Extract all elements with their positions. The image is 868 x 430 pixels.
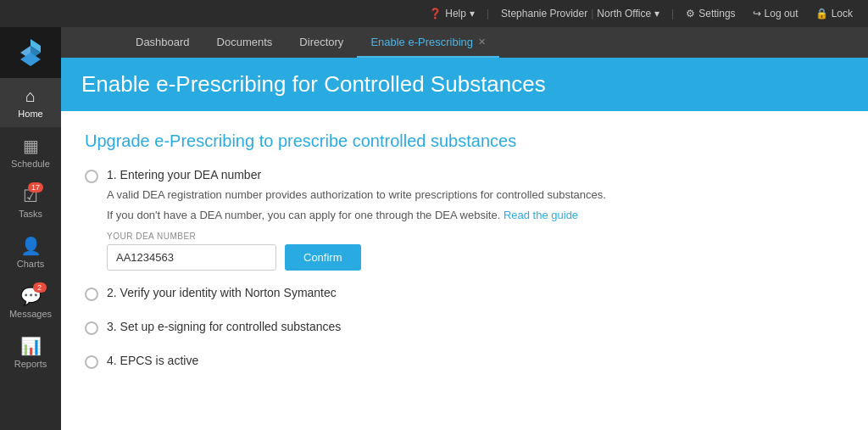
lock-button[interactable]: 🔒 Lock [809, 4, 860, 23]
step-1-desc1: A valid DEA registration number provides… [107, 187, 844, 204]
step-4-title-text: EPCS is active [120, 354, 199, 367]
step-1-content: 1. Entering your DEA number A valid DEA … [107, 168, 844, 271]
tab-directory-label: Directory [299, 36, 343, 48]
logout-icon: ↪ [753, 8, 761, 20]
sidebar-item-reports[interactable]: 📊 Reports [0, 327, 61, 377]
dea-input[interactable] [107, 244, 276, 271]
office-name: North Office [597, 8, 651, 20]
messages-icon: 💬 2 [20, 286, 42, 306]
home-icon: ⌂ [25, 87, 36, 106]
page-body: Upgrade e-Prescribing to prescribe contr… [61, 111, 868, 430]
page-header: Enable e-Prescribing for Controlled Subs… [61, 58, 868, 111]
settings-label: Settings [698, 8, 735, 20]
top-nav-right: ❓ Help ▾ | Stephanie Provider | North Of… [422, 4, 860, 23]
confirm-button[interactable]: Confirm [285, 244, 361, 271]
step-4-number: 4. [107, 354, 117, 367]
tab-documents[interactable]: Documents [203, 27, 287, 58]
page-title: Enable e-Prescribing for Controlled Subs… [81, 71, 546, 97]
content-area: Dashboard Documents Directory Enable e-P… [61, 27, 868, 430]
tab-documents-label: Documents [217, 36, 273, 48]
tab-dashboard[interactable]: Dashboard [122, 27, 203, 58]
section-title: Upgrade e-Prescribing to prescribe contr… [85, 131, 844, 151]
help-label: Help [445, 8, 466, 20]
settings-button[interactable]: ⚙ Settings [679, 4, 742, 23]
logo-icon [15, 37, 46, 68]
step-2-circle [85, 288, 98, 301]
help-button[interactable]: ❓ Help ▾ [422, 4, 481, 23]
svg-marker-3 [20, 53, 41, 66]
step-3-circle [85, 321, 98, 335]
step-3-number: 3. [107, 320, 117, 333]
nav-separator-1: | [485, 8, 491, 20]
sidebar-item-home[interactable]: ⌂ Home [0, 78, 61, 127]
sidebar: ⌂ Home ▦ Schedule ☑ 17 Tasks 👤 Charts 💬 … [0, 27, 61, 430]
sidebar-item-tasks[interactable]: ☑ 17 Tasks [0, 177, 61, 227]
sidebar-schedule-label: Schedule [11, 159, 50, 169]
step-3-title-text: Set up e-signing for controlled substanc… [120, 320, 342, 333]
step-2: 2. Verify your identity with Norton Syma… [85, 286, 844, 304]
step-3-title: 3. Set up e-signing for controlled subst… [107, 320, 844, 333]
step-1: 1. Entering your DEA number A valid DEA … [85, 168, 844, 271]
nav-separator-2: | [670, 8, 676, 20]
tab-eprescribing-close[interactable]: ✕ [478, 36, 486, 47]
help-chevron-icon: ▾ [470, 8, 475, 20]
top-nav-bar: ❓ Help ▾ | Stephanie Provider | North Of… [0, 0, 868, 27]
sidebar-item-charts[interactable]: 👤 Charts [0, 227, 61, 277]
step-1-circle [85, 170, 98, 183]
app-logo[interactable] [0, 27, 61, 78]
step-1-title: 1. Entering your DEA number [107, 168, 844, 181]
charts-icon: 👤 [20, 236, 42, 256]
user-name: Stephanie Provider [501, 8, 587, 20]
step-4-title: 4. EPCS is active [107, 354, 844, 367]
step-2-number: 2. [107, 286, 117, 299]
main-layout: ⌂ Home ▦ Schedule ☑ 17 Tasks 👤 Charts 💬 … [0, 27, 868, 430]
schedule-icon: ▦ [23, 136, 39, 156]
sidebar-reports-label: Reports [14, 359, 47, 369]
tasks-badge: 17 [28, 182, 43, 193]
tab-eprescribing-label: Enable e-Prescribing [370, 36, 473, 48]
tab-directory[interactable]: Directory [286, 27, 357, 58]
step-1-desc2-text: If you don't have a DEA number, you can … [107, 209, 500, 221]
step-1-number: 1. [107, 168, 117, 181]
step-2-content: 2. Verify your identity with Norton Syma… [107, 286, 844, 304]
sidebar-home-label: Home [18, 109, 42, 119]
help-icon: ❓ [429, 8, 442, 20]
office-chevron-icon: ▾ [654, 8, 659, 20]
step-4-content: 4. EPCS is active [107, 354, 844, 372]
tab-dashboard-label: Dashboard [136, 36, 190, 48]
tasks-icon: ☑ 17 [23, 186, 38, 206]
sidebar-tasks-label: Tasks [19, 209, 42, 219]
logout-label: Log out [765, 8, 798, 20]
logout-button[interactable]: ↪ Log out [746, 4, 805, 23]
step-3: 3. Set up e-signing for controlled subst… [85, 320, 844, 338]
tab-bar: Dashboard Documents Directory Enable e-P… [61, 27, 868, 58]
step-1-title-text: Entering your DEA number [120, 168, 262, 181]
sidebar-charts-label: Charts [17, 259, 44, 269]
sidebar-item-messages[interactable]: 💬 2 Messages [0, 277, 61, 327]
step-2-title-text: Verify your identity with Norton Symante… [120, 286, 337, 299]
reports-icon: 📊 [20, 336, 42, 356]
step-2-title: 2. Verify your identity with Norton Syma… [107, 286, 844, 299]
read-guide-link[interactable]: Read the guide [504, 209, 578, 221]
lock-icon: 🔒 [815, 8, 828, 20]
lock-label: Lock [832, 8, 853, 20]
settings-icon: ⚙ [686, 8, 695, 20]
sidebar-messages-label: Messages [9, 309, 52, 319]
tab-eprescribing[interactable]: Enable e-Prescribing ✕ [357, 27, 499, 58]
dea-input-row: Confirm [107, 244, 844, 271]
messages-badge: 2 [33, 282, 47, 293]
step-4: 4. EPCS is active [85, 354, 844, 372]
step-1-desc2: If you don't have a DEA number, you can … [107, 207, 844, 224]
sidebar-item-schedule[interactable]: ▦ Schedule [0, 127, 61, 177]
step-4-circle [85, 355, 98, 369]
separator-text: | [591, 8, 593, 20]
user-info[interactable]: Stephanie Provider | North Office ▾ [494, 4, 666, 23]
step-3-content: 3. Set up e-signing for controlled subst… [107, 320, 844, 338]
dea-label: YOUR DEA NUMBER [107, 232, 844, 241]
